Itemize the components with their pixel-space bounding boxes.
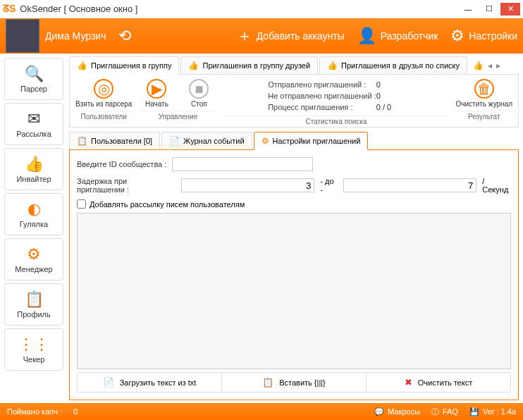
sidebar-mailing[interactable]: ✉Рассылка — [4, 103, 63, 145]
top-tabstrip: 👍Приглашения в группу 👍Приглашения в гру… — [69, 56, 519, 75]
gear-icon: ⚙ — [450, 27, 464, 45]
thumb-icon: 👍 — [77, 61, 87, 70]
stats-process-label: Процесс приглашения : — [268, 103, 376, 111]
delay-sep: - до - — [320, 177, 338, 194]
search-icon: 🔍 — [25, 65, 44, 83]
stats-notsent-value: 0 — [376, 92, 405, 100]
app-logo: ᘔS — [3, 3, 16, 15]
developer-button[interactable]: 👤Разработчик — [357, 27, 438, 45]
delay-label: Задержка при приглашении : — [77, 177, 176, 194]
settings-panel: Введите ID сообщества : Задержка при при… — [69, 150, 519, 400]
chat-icon: 💬 — [374, 407, 384, 416]
sliders-icon: ⚙ — [27, 245, 41, 264]
insert-spintax-button[interactable]: 📋Вставить {|||} — [222, 373, 367, 392]
person-icon: 👤 — [357, 27, 376, 45]
paste-icon: 📋 — [262, 377, 273, 388]
delay-to-input[interactable] — [343, 178, 476, 192]
close-button[interactable]: ✕ — [500, 3, 520, 16]
tab-scroll-left[interactable]: ◂ — [488, 61, 492, 70]
captcha-value: 0 — [73, 407, 78, 416]
sidebar-walker[interactable]: ◐Гулялка — [4, 193, 63, 235]
sidebar-checker[interactable]: ⋮⋮Чекер — [4, 328, 63, 371]
ribbon: ◎ Взять из парсера Пользователи ▶ Начать… — [69, 75, 519, 128]
faq-button[interactable]: ⓘFAQ — [431, 407, 458, 417]
log-icon: 📄 — [169, 136, 180, 146]
sidebar-inviter[interactable]: 👍Инвайтер — [4, 148, 63, 190]
mail-icon: ✉ — [27, 110, 40, 128]
user-avatar — [6, 19, 39, 53]
subtab-users[interactable]: 📋Пользователи [0] — [69, 132, 160, 149]
tab-group-friends-invites[interactable]: 👍Приглашения в группу друзей — [180, 56, 318, 74]
minimize-button[interactable]: — — [458, 3, 478, 16]
add-mailing-label: Добавлять рассылку писем пользователям — [90, 200, 245, 209]
thumb-icon: 👍 — [25, 155, 44, 173]
stats-process-value: 0 / 0 — [376, 103, 405, 111]
subtab-settings[interactable]: ⚙Настройки приглашений — [254, 132, 369, 150]
stop-icon: ■ — [189, 79, 209, 99]
thumb-icon: 👍 — [327, 61, 338, 70]
refresh-button[interactable]: ⟲ — [118, 27, 131, 45]
sub-tabstrip: 📋Пользователи [0] 📄Журнал событий ⚙Настр… — [69, 132, 519, 150]
settings-icon: ⚙ — [262, 136, 269, 146]
thumb-icon: 👍 — [473, 61, 484, 70]
add-mailing-checkbox[interactable] — [77, 199, 86, 209]
play-icon: ▶ — [147, 79, 166, 99]
tab-scroll-right[interactable]: ▸ — [496, 61, 500, 70]
sidebar: 🔍Парсер ✉Рассылка 👍Инвайтер ◐Гулялка ⚙Ме… — [0, 54, 68, 403]
stats-sent-label: Отправлено приглашений : — [268, 80, 376, 89]
subtab-log[interactable]: 📄Журнал событий — [161, 132, 252, 149]
sidebar-parser[interactable]: 🔍Парсер — [4, 58, 63, 100]
delay-unit: / Секунд — [482, 177, 511, 194]
community-id-input[interactable] — [172, 157, 313, 171]
username-label: Дима Мурзич — [45, 30, 106, 42]
version-label: 💾Ver : 1.4a — [469, 407, 516, 416]
sidebar-manager[interactable]: ⚙Менеджер — [4, 238, 63, 280]
captcha-label: Поймано капч : — [7, 407, 62, 416]
users-icon: 📋 — [77, 136, 87, 146]
clear-log-button[interactable]: 🗑 Очистить журнал — [456, 79, 512, 108]
pacman-icon: ◐ — [27, 200, 41, 218]
file-icon: 📄 — [103, 377, 114, 388]
stop-button[interactable]: ■ Стоп — [181, 79, 216, 108]
load-text-button[interactable]: 📄Загрузить текст из txt — [78, 373, 222, 392]
message-textarea[interactable] — [77, 213, 511, 369]
add-accounts-button[interactable]: ＋Добавить аккаунты — [237, 25, 345, 47]
disk-icon: 💾 — [469, 407, 479, 416]
macros-button[interactable]: 💬Макросы — [374, 407, 420, 416]
take-from-parser-button[interactable]: ◎ Взять из парсера — [75, 79, 132, 108]
grid-icon: ⋮⋮ — [18, 335, 49, 354]
window-title: OkSender [ Основное окно ] — [20, 4, 137, 14]
start-button[interactable]: ▶ Начать — [139, 79, 174, 108]
sidebar-profile[interactable]: 📋Профиль — [4, 283, 63, 326]
plus-icon: ＋ — [237, 25, 252, 47]
tab-group-invites[interactable]: 👍Приглашения в группу — [69, 56, 179, 75]
maximize-button[interactable]: ☐ — [479, 3, 499, 16]
clear-text-button[interactable]: ✖Очистить текст — [367, 373, 510, 392]
clipboard-icon: 📋 — [25, 290, 44, 309]
delay-from-input[interactable] — [181, 178, 314, 192]
info-icon: ⓘ — [431, 407, 439, 417]
tab-friend-list-invites[interactable]: 👍Приглашения в друзья по списку — [319, 56, 467, 74]
x-icon: ✖ — [405, 377, 412, 388]
stats-sent-value: 0 — [376, 80, 405, 89]
community-id-label: Введите ID сообщества : — [77, 160, 166, 168]
target-icon: ◎ — [94, 79, 113, 99]
refresh-icon: ⟲ — [118, 27, 131, 45]
stats-notsent-label: Не отправлено приглашений : — [268, 92, 376, 100]
thumb-icon: 👍 — [188, 61, 199, 70]
settings-button[interactable]: ⚙Настройки — [450, 27, 517, 45]
trash-icon: 🗑 — [474, 79, 494, 99]
